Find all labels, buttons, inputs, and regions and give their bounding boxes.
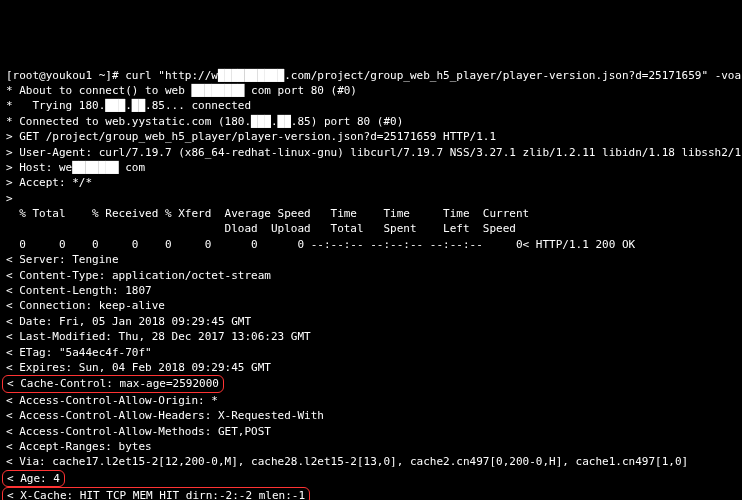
output-line: < ETag: "5a44ec4f-70f" bbox=[6, 345, 736, 360]
output-line-highlighted: < X-Cache: HIT TCP_MEM_HIT dirn:-2:-2 ml… bbox=[6, 487, 736, 500]
output-line: < Expires: Sun, 04 Feb 2018 09:29:45 GMT bbox=[6, 360, 736, 375]
output-line: < Access-Control-Allow-Origin: * bbox=[6, 393, 736, 408]
output-line-highlighted: < Cache-Control: max-age=2592000 bbox=[6, 375, 736, 392]
output-line: < Server: Tengine bbox=[6, 252, 736, 267]
terminal-output: [root@youkou1 ~]# curl "http://w████████… bbox=[6, 68, 736, 500]
output-line: < Via: cache17.l2et15-2[12,200-0,M], cac… bbox=[6, 454, 736, 469]
output-line-highlighted: < Age: 4 bbox=[6, 470, 736, 487]
output-line: < Access-Control-Allow-Headers: X-Reques… bbox=[6, 408, 736, 423]
output-line: * About to connect() to web ████████ com… bbox=[6, 83, 736, 98]
output-line: * Connected to web.yystatic.com (180.███… bbox=[6, 114, 736, 129]
output-line: < Date: Fri, 05 Jan 2018 09:29:45 GMT bbox=[6, 314, 736, 329]
command-line: [root@youkou1 ~]# curl "http://w████████… bbox=[6, 68, 736, 83]
output-line: < Accept-Ranges: bytes bbox=[6, 439, 736, 454]
output-line: * Trying 180.███.██.85... connected bbox=[6, 98, 736, 113]
output-line: % Total % Received % Xferd Average Speed… bbox=[6, 206, 736, 221]
output-line: < Content-Length: 1807 bbox=[6, 283, 736, 298]
prompt: [root@youkou1 ~]# bbox=[6, 69, 125, 82]
output-line: > Host: we███████ com bbox=[6, 160, 736, 175]
age-header: < Age: 4 bbox=[2, 470, 65, 487]
cache-control-header: < Cache-Control: max-age=2592000 bbox=[2, 375, 224, 392]
output-line: < Access-Control-Allow-Methods: GET,POST bbox=[6, 424, 736, 439]
output-line: < Connection: keep-alive bbox=[6, 298, 736, 313]
output-line: > bbox=[6, 191, 736, 206]
output-line: < Content-Type: application/octet-stream bbox=[6, 268, 736, 283]
x-cache-header: < X-Cache: HIT TCP_MEM_HIT dirn:-2:-2 ml… bbox=[2, 487, 310, 500]
output-line: 0 0 0 0 0 0 0 0 --:--:-- --:--:-- --:--:… bbox=[6, 237, 736, 252]
output-line: Dload Upload Total Spent Left Speed bbox=[6, 221, 736, 236]
output-line: > Accept: */* bbox=[6, 175, 736, 190]
output-line: < Last-Modified: Thu, 28 Dec 2017 13:06:… bbox=[6, 329, 736, 344]
output-line: > User-Agent: curl/7.19.7 (x86_64-redhat… bbox=[6, 145, 736, 160]
output-line: > GET /project/group_web_h5_player/playe… bbox=[6, 129, 736, 144]
command: curl "http://w██████████.com/project/gro… bbox=[125, 69, 741, 82]
